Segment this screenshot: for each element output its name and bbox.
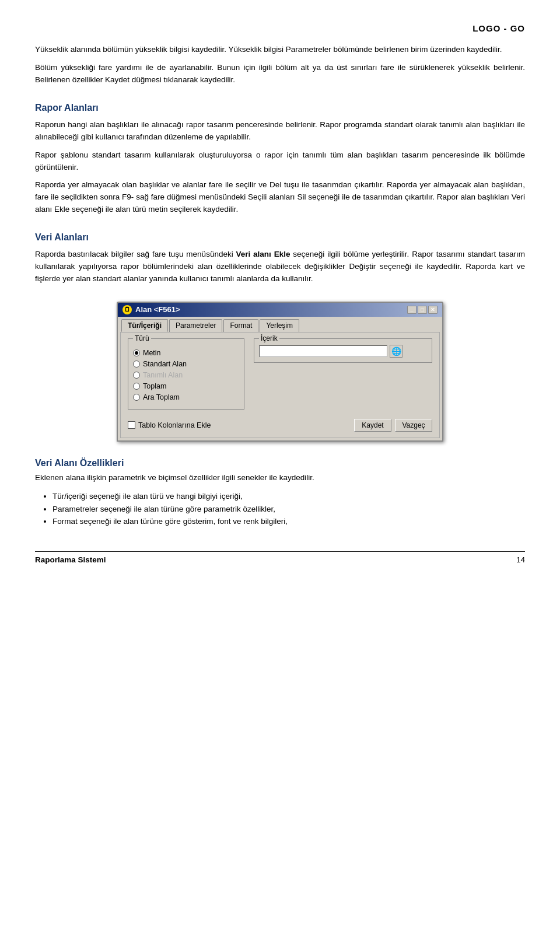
paragraph-3: Raporun hangi alan başlıkları ile alınac… bbox=[35, 119, 525, 144]
dialog-two-col: Türü Metin Standart Alan bbox=[128, 338, 432, 414]
radio-ara-toplam-row[interactable]: Ara Toplam bbox=[133, 393, 239, 401]
minimize-button[interactable]: _ bbox=[407, 306, 416, 314]
paragraph-5: Raporda yer almayacak olan başlıklar ve … bbox=[35, 179, 525, 216]
tab-parametreler[interactable]: Parametreler bbox=[169, 319, 222, 332]
radio-ara-toplam-label: Ara Toplam bbox=[143, 393, 180, 401]
icerik-group: İçerik 🌐 bbox=[254, 338, 432, 363]
dialog-container: 🗒 Alan <F561> _ □ ✕ Tür/İçeriği Parametr… bbox=[117, 302, 443, 442]
paragraph-6: Raporda bastırılacak bilgiler sağ fare t… bbox=[35, 249, 525, 285]
page-footer: Raporlama Sistemi 14 bbox=[35, 551, 525, 564]
footer-page-number: 14 bbox=[516, 555, 525, 564]
bullet-item-2: Parametreler seçeneği ile alan türüne gö… bbox=[52, 503, 525, 516]
radio-tanimli-label: Tanımlı Alan bbox=[143, 371, 183, 379]
paragraph-2: Bölüm yüksekliği fare yardımı ile de aya… bbox=[35, 62, 525, 86]
radio-metin-label: Metin bbox=[143, 349, 161, 357]
tab-format[interactable]: Format bbox=[223, 319, 258, 332]
radio-tanimli-row[interactable]: Tanımlı Alan bbox=[133, 371, 239, 379]
p6-bold: Veri alanı Ekle bbox=[236, 250, 290, 258]
radio-standart-label: Standart Alan bbox=[143, 360, 187, 368]
bullet-item-1: Tür/içeriği seçeneği ile alan türü ve ha… bbox=[52, 490, 525, 503]
kaydet-button[interactable]: Kaydet bbox=[354, 419, 391, 432]
radio-toplam-row[interactable]: Toplam bbox=[133, 382, 239, 390]
globe-button[interactable]: 🌐 bbox=[390, 345, 402, 358]
bullet-list: Tür/içeriği seçeneği ile alan türü ve ha… bbox=[52, 490, 525, 528]
radio-standart[interactable] bbox=[133, 361, 140, 368]
radio-toplam[interactable] bbox=[133, 383, 140, 390]
bullet-item-3: Format seçeneği ile alan türüne göre gös… bbox=[52, 515, 525, 528]
radio-toplam-label: Toplam bbox=[143, 382, 166, 390]
radio-tanimli[interactable] bbox=[133, 372, 140, 379]
logo-text: LOGO - GO bbox=[35, 23, 525, 33]
radio-ara-toplam[interactable] bbox=[133, 394, 140, 401]
dialog-action-buttons: Kaydet Vazgeç bbox=[354, 419, 432, 432]
radio-metin-row[interactable]: Metin bbox=[133, 349, 239, 357]
vazgec-button[interactable]: Vazgeç bbox=[395, 419, 432, 432]
paragraph-1: Yükseklik alanında bölümün yükseklik bil… bbox=[35, 44, 525, 56]
icerik-group-label: İçerik bbox=[259, 334, 279, 342]
icerik-column: İçerik 🌐 bbox=[254, 338, 432, 414]
dialog-tabs: Tür/İçeriği Parametreler Format Yerleşim bbox=[118, 317, 442, 332]
maximize-button[interactable]: □ bbox=[418, 306, 427, 314]
p6-start: Raporda bastırılacak bilgiler sağ fare t… bbox=[35, 250, 236, 258]
icerik-row: 🌐 bbox=[259, 345, 427, 358]
dialog-body: Türü Metin Standart Alan bbox=[120, 332, 440, 438]
dialog-icon: 🗒 bbox=[123, 305, 132, 314]
veri-alanlari-heading: Veri Alanları bbox=[35, 232, 525, 243]
checkbox-tablo[interactable]: Tablo Kolonlarına Ekle bbox=[128, 421, 211, 429]
radio-metin[interactable] bbox=[133, 349, 140, 356]
rapor-alanlari-heading: Rapor Alanları bbox=[35, 103, 525, 113]
dialog-title: Alan <F561> bbox=[135, 305, 180, 314]
dialog-window: 🗒 Alan <F561> _ □ ✕ Tür/İçeriği Parametr… bbox=[117, 302, 443, 442]
checkbox-tablo-label: Tablo Kolonlarına Ekle bbox=[138, 421, 211, 429]
tab-tur-icerigi[interactable]: Tür/İçeriği bbox=[121, 319, 168, 332]
radio-standart-row[interactable]: Standart Alan bbox=[133, 360, 239, 368]
turu-column: Türü Metin Standart Alan bbox=[128, 338, 244, 414]
veri-alani-ozellikleri-heading: Veri Alanı Özellikleri bbox=[35, 458, 525, 468]
dialog-titlebar: 🗒 Alan <F561> _ □ ✕ bbox=[118, 303, 442, 317]
dialog-titlebar-left: 🗒 Alan <F561> bbox=[123, 305, 180, 314]
turu-group-label: Türü bbox=[133, 334, 151, 342]
footer-left-text: Raporlama Sistemi bbox=[35, 555, 106, 564]
checkbox-tablo-box[interactable] bbox=[128, 421, 135, 429]
dialog-bottom-row: Tablo Kolonlarına Ekle Kaydet Vazgeç bbox=[128, 419, 432, 432]
dialog-titlebar-buttons[interactable]: _ □ ✕ bbox=[407, 306, 438, 314]
icerik-input[interactable] bbox=[259, 345, 387, 357]
close-button[interactable]: ✕ bbox=[428, 306, 438, 314]
paragraph-7: Eklenen alana ilişkin parametrik ve biçi… bbox=[35, 472, 525, 484]
tab-yerlesim[interactable]: Yerleşim bbox=[260, 319, 299, 332]
paragraph-4: Rapor şablonu standart tasarım kullanıla… bbox=[35, 149, 525, 174]
turu-group: Türü Metin Standart Alan bbox=[128, 338, 244, 410]
